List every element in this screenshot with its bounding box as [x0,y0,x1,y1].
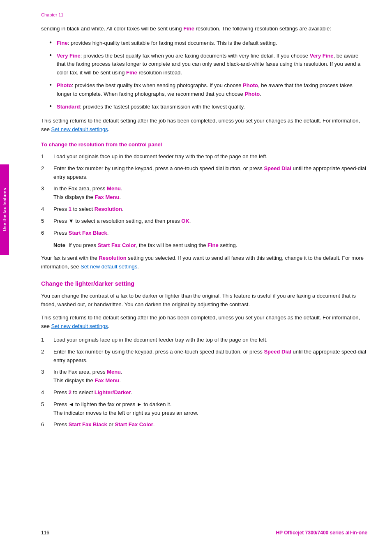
step2-2: 2 Enter the fax number by using the keyp… [41,348,367,365]
set-new-default-link2[interactable]: Set new default settings [81,263,137,270]
section2-main-heading: Change the lighter/darker setting [41,280,367,287]
step1-4: 4 Press 1 to select Resolution. [41,205,367,214]
fine-keyword2: Fine [126,69,137,76]
chapter-header: Chapter 11 [41,12,367,17]
step-num: 2 [41,164,53,182]
step-num: 6 [41,421,53,429]
footer-product-name: HP Officejet 7300/7400 series all-in-one [276,530,367,536]
bullet-fine: Fine: provides high-quality text suitabl… [49,39,367,48]
sidebar-tab: Use the fax features [0,164,9,255]
resolution-bullet-list: Fine: provides high-quality text suitabl… [49,39,367,111]
sidebar-label: Use the fax features [2,188,7,231]
step-text: In the Fax area, press Menu. This displa… [53,185,367,202]
start-fax-black-keyword1: Start Fax Black [69,230,107,236]
step-num: 5 [41,400,53,418]
fine-keyword3: Fine [208,242,219,248]
step1-5: 5 Press ▼ to select a resolution setting… [41,217,367,226]
step-num: 3 [41,185,53,202]
note-block: NoteIf you press Start Fax Color, the fa… [53,241,367,250]
standard-keyword: Standard [57,104,80,110]
step-text: Press Start Fax Black. [53,229,367,238]
step-num: 6 [41,229,53,238]
step-text: Press 2 to select Lighter/Darker. [53,388,367,397]
step-text: Press ▼ to select a resolution setting, … [53,217,367,226]
fax-menu-keyword: Fax Menu [95,194,119,200]
step-text: Load your originals face up in the docum… [53,153,367,161]
photo-keyword3: Photo [244,91,260,97]
fine-keyword-intro: Fine [183,25,194,32]
resolution-keyword2: Resolution [99,255,126,261]
step-text: Press ◄ to lighten the fax or press ► to… [53,400,367,418]
page: Use the fax features Chapter 11 sending … [0,0,392,543]
step-text: Press Start Fax Black or Start Fax Color… [53,421,367,429]
speed-dial-keyword: Speed Dial [264,165,291,171]
step2-1: 1 Load your originals face up in the doc… [41,336,367,344]
step-text: Enter the fax number by using the keypad… [53,348,367,365]
main-content: Chapter 11 sending in black and white. A… [41,0,367,429]
start-fax-black-keyword2: Start Fax Black [69,421,107,427]
step-num: 4 [41,388,53,397]
steps2-list: 1 Load your originals face up in the doc… [41,336,367,429]
step-text: Load your originals face up in the docum… [53,336,367,344]
section2-para1: You can change the contrast of a fax to … [41,292,367,309]
note-label: Note [53,242,65,248]
set-new-default-link3[interactable]: Set new default settings [51,323,108,329]
step1-6: 6 Press Start Fax Black. [41,229,367,238]
intro-paragraph: sending in black and white. All color fa… [41,25,367,33]
step-num: 3 [41,368,53,385]
step2-6: 6 Press Start Fax Black or Start Fax Col… [41,421,367,429]
footer: 116 HP Officejet 7300/7400 series all-in… [0,530,392,536]
section1-heading: To change the resolution from the contro… [41,141,367,148]
press-2-keyword: 2 [69,389,71,395]
start-fax-color-keyword2: Start Fax Color [115,421,153,427]
ok-keyword: OK [181,218,189,224]
very-fine-keyword2: Very Fine [310,53,334,59]
bullet-standard: Standard: provides the fastest possible … [49,103,367,111]
footer-page-number: 116 [41,530,49,536]
step2-4: 4 Press 2 to select Lighter/Darker. [41,388,367,397]
step-num: 4 [41,205,53,214]
press-1-keyword: 1 [69,206,71,212]
step1-3: 3 In the Fax area, press Menu. This disp… [41,185,367,202]
steps1-list: 1 Load your originals face up in the doc… [41,153,367,237]
step2-3: 3 In the Fax area, press Menu. This disp… [41,368,367,385]
bullet-very-fine: Very Fine: provides the best quality fax… [49,52,367,77]
menu-keyword: Menu [107,185,121,192]
step-num: 1 [41,336,53,344]
photo-keyword2: Photo [243,82,258,88]
step-num: 5 [41,217,53,226]
section2-para2: This setting returns to the default sett… [41,314,367,331]
step-text: Enter the fax number by using the keypad… [53,164,367,182]
step-text: In the Fax area, press Menu. This displa… [53,368,367,385]
fine-keyword: Fine [57,40,68,46]
setting-returns-para: This setting returns to the default sett… [41,117,367,134]
fax-menu-keyword2: Fax Menu [95,377,119,384]
step-num: 1 [41,153,53,161]
result-para: Your fax is sent with the Resolution set… [41,254,367,271]
resolution-keyword: Resolution [95,206,122,212]
step-text: Press 1 to select Resolution. [53,205,367,214]
set-new-default-link1[interactable]: Set new default settings [51,126,108,132]
step2-5: 5 Press ◄ to lighten the fax or press ► … [41,400,367,418]
speed-dial-keyword2: Speed Dial [264,349,291,355]
step-num: 2 [41,348,53,365]
step1-1: 1 Load your originals face up in the doc… [41,153,367,161]
start-fax-color-keyword: Start Fax Color [98,242,136,248]
step1-2: 2 Enter the fax number by using the keyp… [41,164,367,182]
menu-keyword2: Menu [107,369,121,375]
very-fine-keyword: Very Fine [57,53,81,59]
bullet-photo: Photo: provides the best quality fax whe… [49,81,367,99]
photo-keyword: Photo [57,82,72,88]
lighter-darker-keyword: Lighter/Darker [95,389,131,395]
